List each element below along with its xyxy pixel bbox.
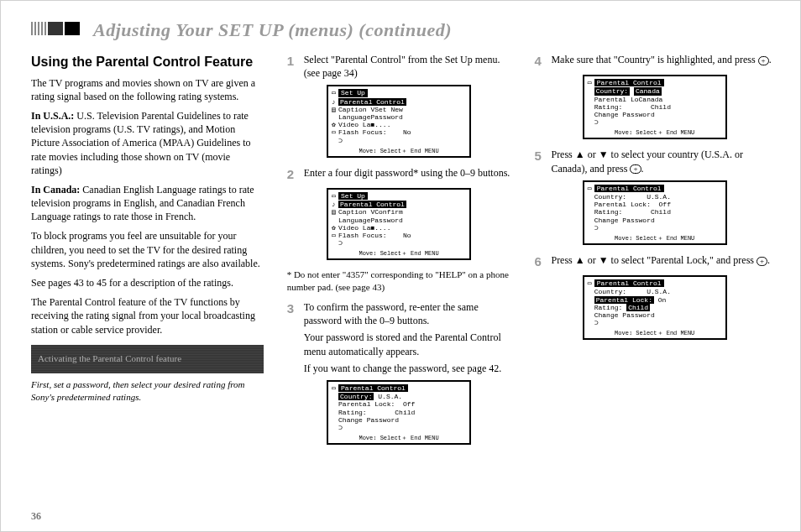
osd-line: Country: U.S.A. [594,288,671,295]
osd-footer: Move↕ Select＋ End MENU [588,330,722,336]
osd-line: Video La■.... [338,121,390,128]
page-number: 36 [31,510,41,523]
osd-line: Parental Lock: Off [594,201,671,208]
caption-firstset: First, set a password, then select your … [31,378,264,404]
brand-block-1 [31,22,46,35]
osd-line: Flash Focus: No [338,232,411,239]
osd-hdr: Parental Control [594,79,664,86]
step-2-note: * Do not enter "4357" corresponding to "… [287,269,511,294]
page-title: Adjusting Your SET UP (menus) (continued… [93,19,452,41]
columns: Using the Parental Control Feature The T… [1,44,800,453]
para-canada: In Canada: Canadian English Language rat… [31,183,264,224]
step-number-5: 5 [534,148,546,175]
osd-line: Parental Lock: Off [338,400,415,408]
osd-setup-confirm: ▭Set Up ♪Parental Control ▤Caption VConf… [327,188,471,260]
osd-line: Rating: Child [594,208,671,216]
osd-footer: Move↕ Select＋ End MENU [588,129,722,136]
page-header: Adjusting Your SET UP (menus) (continued… [1,1,800,44]
step-2: 2 Enter a four digit password* using the… [287,166,511,183]
osd-footer: Move↕ Select＋ End MENU [332,148,466,154]
plus-button-icon: + [756,257,767,266]
step-2-text: Enter a four digit password* using the 0… [304,166,510,183]
osd-highlight: Parental Control [338,201,406,208]
osd-parental-country-usa: ▭Parental Control Country: U.S.A. Parent… [327,380,471,445]
osd-line: Change Password [594,111,655,118]
osd-return-icon: ⊃ [338,424,343,431]
osd-hdr: Parental Control [594,185,664,192]
osd-highlight: Parental Control [338,98,406,106]
step-1-text: Select "Parental Control" from the Set U… [304,53,511,80]
plus-button-icon: + [630,164,641,174]
label-usa: In U.S.A.: [31,110,74,122]
t: . [769,54,772,65]
step-3: 3 To confirm the password, re-enter the … [287,300,511,375]
step-3-text-c: If you want to change the password, see … [304,362,511,375]
osd-line: LanguagePassword [338,216,403,224]
subheading-activating: Activating the Parental Control feature [31,345,264,373]
osd-footer: Move↕ Select＋ End MENU [332,435,466,441]
para-seepages: See pages 43 to 45 for a description of … [31,276,264,289]
step-number-6: 6 [534,253,546,270]
osd-line: Change Password [594,311,655,319]
step-1: 1 Select "Parental Control" from the Set… [287,53,511,80]
step-6-text: Press ▲ or ▼ to select "Parental Lock," … [551,253,770,270]
osd-line: Parental LoCanada [594,96,663,103]
column-1: Using the Parental Control Feature The T… [31,53,264,453]
osd-parental-lock-on: ▭Parental Control Country: U.S.A. Parent… [583,275,727,340]
t: Press [551,254,574,266]
osd-setup-setnew: ▭Set Up ♪Parental Control ▤Caption VSet … [327,85,471,157]
t: . [767,254,770,266]
step-5: 5 Press ▲ or ▼ to select your country (U… [534,148,775,175]
brand-mark [31,22,81,39]
column-3: 4 Make sure that "Country" is highlighte… [534,53,775,453]
up-arrow-icon: ▲ [575,254,585,266]
osd-highlight: Child [626,304,650,311]
osd-value: On [658,296,667,304]
t: or [585,149,599,160]
step-number-4: 4 [534,53,546,70]
step-3-text-a: To confirm the password, re-enter the sa… [304,300,511,327]
osd-line: Change Password [338,416,399,424]
step-3-body: To confirm the password, re-enter the sa… [304,300,511,375]
osd-footer: Move↕ Select＋ End MENU [332,250,466,257]
osd-line: Rating: Child [594,103,671,111]
step-4: 4 Make sure that "Country" is highlighte… [534,53,775,70]
osd-line: Change Password [594,216,655,224]
osd-line: Rating: Child [338,409,415,416]
para-block: To block programs you feel are unsuitabl… [31,229,264,270]
step-6: 6 Press ▲ or ▼ to select "Parental Lock,… [534,253,775,270]
osd-return-icon: ⊃ [338,137,343,144]
osd-hdr: Parental Control [594,279,664,287]
step-3-text-b: Your password is stored and the Parental… [304,331,511,357]
osd-hdr: Set Up [338,89,368,96]
osd-parental-lock-off: ▭Parental Control Country: U.S.A. Parent… [583,180,727,245]
brand-block-2 [48,22,63,35]
section-heading: Using the Parental Control Feature [31,53,264,71]
down-arrow-icon: ▼ [599,254,609,266]
para-feature: The Parental Control feature of the TV f… [31,295,264,336]
up-arrow-icon: ▲ [575,149,585,160]
step-number-1: 1 [287,53,299,80]
osd-return-icon: ⊃ [594,224,599,232]
osd-line: Video La■.... [338,224,390,232]
osd-value: U.S.A. [378,393,402,400]
down-arrow-icon: ▼ [599,149,609,160]
osd-highlight: Parental Lock: [594,296,654,304]
osd-highlight: Country: [338,393,374,400]
t: or [585,254,599,266]
step-number-3: 3 [287,300,299,375]
osd-return-icon: ⊃ [594,319,599,326]
osd-highlight: Canada [634,87,662,95]
label-canada: In Canada: [31,184,80,196]
para-intro: The TV programs and movies shown on TV a… [31,76,264,103]
osd-line: LanguagePassword [338,113,403,121]
osd-return-icon: ⊃ [594,118,599,126]
osd-return-icon: ⊃ [338,239,343,247]
osd-line: Caption VConfirm [338,208,403,216]
osd-line: Caption VSet New [338,106,403,113]
step-5-text: Press ▲ or ▼ to select your country (U.S… [551,148,775,175]
osd-highlight: Country: [594,87,630,95]
osd-hdr: Parental Control [338,384,408,392]
osd-footer: Move↕ Select＋ End MENU [588,235,722,242]
plus-button-icon: + [758,56,769,65]
